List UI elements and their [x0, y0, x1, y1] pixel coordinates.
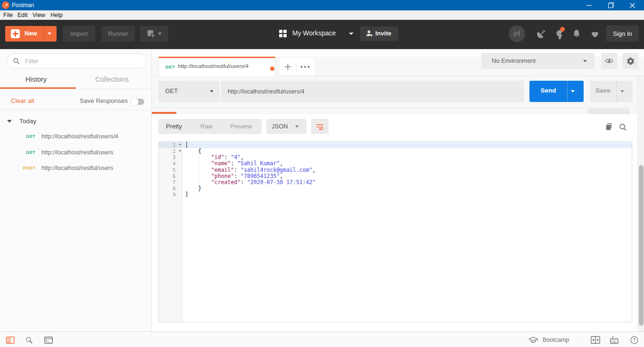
app-toolbar: New Import Runner My Workspace: [0, 20, 644, 49]
close-icon: [630, 3, 635, 8]
menu-edit[interactable]: Edit: [17, 12, 28, 18]
new-button-label: New: [25, 30, 37, 37]
line-number: 1: [159, 142, 182, 148]
window-minimize-button[interactable]: [578, 0, 600, 10]
method-value: GET: [165, 87, 178, 94]
sidebar-tab-collections[interactable]: Collections: [95, 76, 129, 83]
search-icon[interactable]: [25, 337, 33, 344]
line-number: 3: [159, 154, 182, 161]
history-item[interactable]: POSThttp://localhost/restful/users: [0, 160, 152, 176]
settings-button[interactable]: [622, 53, 638, 69]
history-method-badge: GET: [26, 150, 35, 155]
bell-icon[interactable]: [572, 29, 581, 39]
save-button[interactable]: Save: [590, 81, 633, 102]
code-line[interactable]: 7 "created": "2020-07-30 17:51:42": [159, 179, 632, 186]
workspace-grid-icon: [279, 30, 287, 37]
history-item[interactable]: GEThttp://localhost/restful/users/4: [0, 128, 152, 144]
environment-selector[interactable]: No Environment: [481, 53, 594, 69]
request-tab[interactable]: GET http://localhost/restful/users/4: [158, 57, 276, 76]
history-method-badge: POST: [23, 166, 35, 170]
bootcamp-cap-icon[interactable]: [528, 337, 538, 344]
chevron-down-icon: [583, 60, 587, 62]
response-view-switch: Pretty Raw Preview: [158, 119, 262, 134]
history-group-label[interactable]: Today: [19, 118, 36, 125]
sign-in-label: Sign In: [613, 30, 632, 37]
line-number: 2: [159, 148, 182, 154]
runner-button[interactable]: Runner: [101, 26, 135, 42]
chevron-down-icon[interactable]: [620, 90, 624, 93]
fold-chevron-icon[interactable]: [179, 150, 182, 152]
wrap-text-icon: [316, 123, 324, 131]
chevron-down-icon[interactable]: [349, 33, 354, 35]
line-number: 8: [159, 186, 182, 192]
help-icon[interactable]: ?: [630, 336, 638, 344]
divider: [0, 110, 152, 110]
new-window-button[interactable]: [140, 26, 168, 42]
keyboard-shortcuts-icon[interactable]: [610, 336, 619, 344]
collapse-chevron-icon[interactable]: [7, 120, 12, 123]
environment-quick-look-button[interactable]: [601, 53, 617, 69]
save-responses-toggle[interactable]: [131, 99, 144, 105]
status-bar: Bootcamp ?: [0, 331, 644, 347]
invite-button-label: Invite: [375, 30, 391, 37]
divider: [43, 26, 44, 42]
bootcamp-link[interactable]: Bootcamp: [543, 337, 569, 343]
divider: [0, 89, 152, 89]
menu-view[interactable]: View: [33, 12, 45, 18]
view-tab-raw[interactable]: Raw: [200, 123, 213, 130]
new-button[interactable]: New: [5, 26, 57, 42]
import-button[interactable]: Import: [63, 26, 95, 42]
window-restore-button[interactable]: [600, 0, 621, 10]
history-list: GEThttp://localhost/restful/users/4GETht…: [0, 128, 152, 176]
heart-icon[interactable]: [590, 29, 600, 38]
toggle-sidebar-icon[interactable]: [6, 337, 15, 344]
tab-options-button[interactable]: [300, 66, 310, 68]
two-pane-layout-icon[interactable]: [591, 336, 600, 344]
sign-in-button[interactable]: Sign In: [606, 25, 639, 42]
method-selector[interactable]: GET: [158, 81, 220, 102]
history-item[interactable]: GEThttp://localhost/restful/users: [0, 144, 152, 161]
menu-file[interactable]: File: [3, 12, 13, 18]
line-number: 5: [159, 167, 182, 173]
send-button-label: Send: [529, 87, 567, 94]
code-line[interactable]: 8 }: [159, 186, 632, 192]
code-text: {: [182, 148, 632, 154]
filter-search-box[interactable]: [7, 53, 147, 68]
code-line[interactable]: 9]: [159, 192, 632, 198]
send-button[interactable]: Send: [529, 81, 584, 102]
sync-disabled-icon[interactable]: [509, 25, 525, 42]
editor-lines: 1[2 {3 "id": "4",4 "name": "Sahil Kumar"…: [159, 142, 632, 198]
scrollbar-thumb[interactable]: [639, 165, 644, 326]
chevron-down-icon[interactable]: [48, 33, 51, 35]
clear-all-link[interactable]: Clear all: [11, 97, 34, 104]
vertical-scrollbar[interactable]: [637, 76, 644, 331]
sidebar-tab-history[interactable]: History: [25, 76, 47, 83]
invite-button[interactable]: Invite: [360, 26, 398, 41]
search-response-button[interactable]: [619, 123, 627, 131]
url-input[interactable]: [228, 85, 517, 98]
copy-response-button[interactable]: [605, 123, 613, 131]
line-number: 9: [159, 192, 182, 198]
divider: [567, 81, 568, 102]
code-text: }: [182, 186, 632, 192]
history-url: http://localhost/restful/users: [41, 165, 113, 171]
satellite-icon[interactable]: [536, 29, 546, 39]
add-tab-button[interactable]: [284, 63, 291, 70]
console-icon[interactable]: [44, 337, 53, 344]
filter-input[interactable]: [25, 54, 138, 68]
search-icon: [13, 58, 20, 65]
language-selector[interactable]: JSON: [266, 119, 306, 134]
workspace-selector[interactable]: My Workspace: [292, 29, 336, 37]
chevron-down-icon[interactable]: [571, 90, 575, 93]
menu-help[interactable]: Help: [50, 12, 63, 18]
view-tab-preview[interactable]: Preview: [230, 123, 252, 130]
view-tab-pretty[interactable]: Pretty: [166, 123, 182, 130]
wrap-lines-button[interactable]: [311, 119, 329, 134]
code-text: ]: [182, 192, 632, 198]
postman-app-window: Postman File Edit View Help New: [0, 0, 644, 347]
window-close-button[interactable]: [622, 0, 643, 10]
fold-chevron-icon[interactable]: [179, 144, 182, 146]
code-line[interactable]: 1[: [159, 142, 632, 148]
response-body-editor[interactable]: 1[2 {3 "id": "4",4 "name": "Sahil Kumar"…: [158, 141, 633, 322]
divider: [616, 81, 617, 102]
